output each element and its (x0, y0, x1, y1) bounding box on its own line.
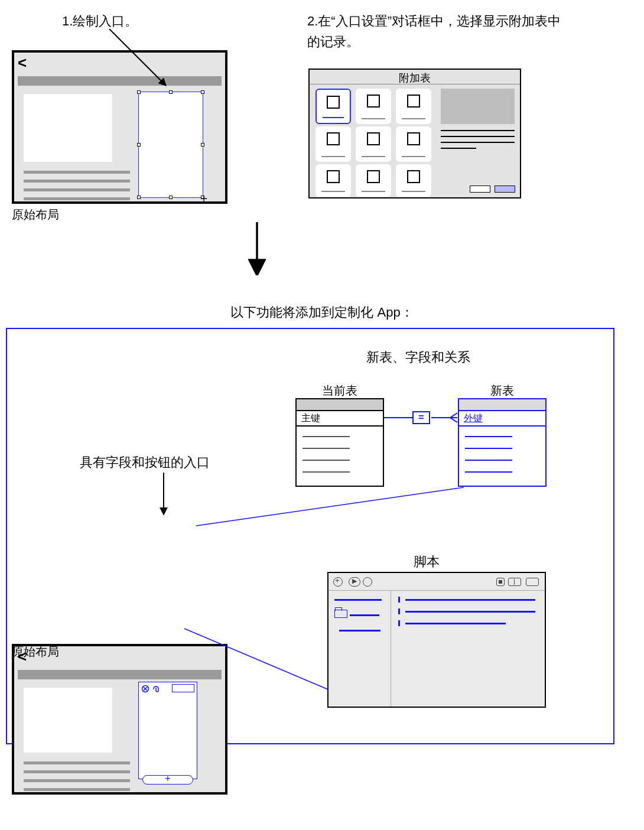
dialog-info-line (441, 136, 515, 137)
related-table-tile[interactable] (316, 126, 351, 162)
view-mode-button[interactable] (508, 578, 521, 586)
related-table-tile[interactable] (356, 126, 391, 162)
layout-text-line (24, 171, 130, 174)
dialog-ok-button[interactable] (495, 185, 515, 193)
result-heading: 以下功能将添加到定制化 App： (0, 304, 644, 321)
run-script-button[interactable]: ▶ (349, 577, 360, 587)
script-list-item[interactable] (350, 614, 379, 616)
dialog-cancel-button[interactable] (470, 185, 490, 193)
scripts-toolbar: + ▶ (328, 573, 545, 591)
dialog-info-line (441, 130, 515, 131)
drawn-portal-selection[interactable]: ＋ (138, 92, 203, 198)
scripts-divider (391, 591, 391, 707)
dialog-info-line (441, 148, 476, 149)
view-mode-button[interactable] (526, 578, 539, 586)
connector-portal-to-scripts (183, 627, 331, 692)
portal-add-button[interactable]: + (142, 775, 193, 785)
new-script-button[interactable]: + (333, 577, 343, 587)
svg-line-5 (450, 418, 457, 422)
arrow-portal-label (155, 473, 173, 520)
related-table-tile[interactable] (396, 126, 431, 162)
current-table-label: 当前表 (322, 383, 357, 399)
related-table-tile[interactable] (396, 164, 431, 197)
portal-setup-dialog: 附加表 (308, 69, 521, 198)
related-table-tile[interactable] (356, 164, 391, 197)
back-icon: < (18, 54, 27, 72)
new-table: 外键 (458, 398, 547, 487)
primary-key-field: 主键 (301, 412, 320, 425)
related-table-tile[interactable] (356, 89, 391, 124)
svg-line-0 (109, 29, 165, 85)
layout1-caption: 原始布局 (12, 207, 59, 223)
layout-text-line (24, 197, 130, 200)
layout-text-line (24, 180, 130, 183)
script-step (405, 599, 535, 601)
portal-label: 具有字段和按钮的入口 (80, 454, 210, 471)
current-table: 主键 (295, 398, 384, 487)
related-table-tile[interactable] (396, 89, 431, 124)
arrow-step1-to-selection (106, 26, 177, 97)
script-list-item[interactable] (334, 599, 382, 601)
related-table-tile-selected[interactable] (316, 89, 351, 124)
related-table-tile[interactable] (316, 164, 351, 197)
layout-image-placeholder (24, 94, 112, 162)
step2-text: 2.在“入口设置”对话框中，选择显示附加表中的记录。 (307, 11, 567, 52)
layout-text-line (24, 788, 130, 791)
arrow-down-icon (248, 222, 266, 275)
layout-text-line (24, 779, 130, 782)
svg-line-4 (450, 413, 457, 418)
new-table-label: 新表 (490, 383, 514, 399)
dialog-title: 附加表 (399, 71, 431, 85)
scripts-section-title: 脚本 (414, 553, 440, 571)
folder-icon[interactable] (334, 610, 347, 618)
layout-text-line (24, 188, 130, 191)
foreign-key-field: 外键 (464, 412, 483, 425)
dialog-info-line (441, 142, 515, 143)
svg-line-10 (196, 487, 464, 526)
portal-with-fields[interactable]: + (138, 682, 197, 779)
layout-image-placeholder (24, 688, 112, 753)
tables-section-title: 新表、字段和关系 (366, 349, 470, 366)
script-step (405, 623, 506, 624)
layout-text-line (24, 761, 130, 764)
script-step (405, 611, 535, 613)
layout-text-line (24, 770, 130, 773)
layout2-caption: 原始布局 (12, 644, 59, 660)
attachment-icon[interactable] (152, 685, 160, 693)
scripts-window: + ▶ (327, 572, 546, 708)
relation-equals-icon: = (412, 411, 430, 424)
connector-table-to-portal (195, 487, 467, 528)
stop-script-button[interactable] (363, 577, 372, 587)
script-list-item[interactable] (339, 630, 380, 632)
draw-cursor-icon: ＋ (198, 190, 210, 206)
toolbar-toggle[interactable] (496, 578, 505, 586)
svg-line-11 (184, 629, 328, 689)
dialog-preview (441, 89, 515, 124)
remove-icon[interactable] (141, 685, 149, 693)
